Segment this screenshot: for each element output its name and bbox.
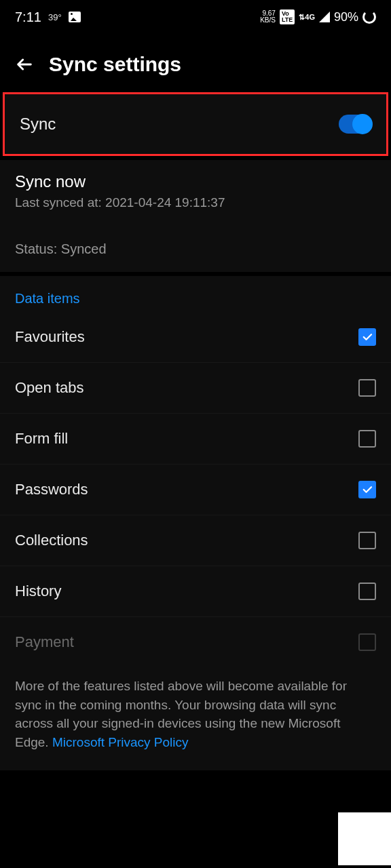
data-item-checkbox[interactable]: [358, 583, 376, 600]
data-item-row[interactable]: Open tabs: [0, 363, 391, 414]
app-header: Sync settings: [0, 34, 391, 92]
privacy-policy-link[interactable]: Microsoft Privacy Policy: [52, 735, 189, 749]
sync-toggle-switch[interactable]: [339, 115, 371, 134]
data-item-checkbox: [358, 633, 376, 651]
data-item-label: Collections: [15, 532, 88, 549]
data-item-checkbox[interactable]: [358, 532, 376, 549]
check-icon: [361, 331, 373, 343]
sync-toggle-row[interactable]: Sync: [5, 94, 386, 154]
highlight-annotation: Sync: [3, 92, 388, 156]
volte-icon: VoLTE: [280, 9, 295, 24]
status-data-rate: 9.67 KB/S: [260, 10, 276, 24]
status-battery: 90%: [334, 10, 358, 24]
data-item-row[interactable]: Favourites: [0, 312, 391, 363]
page-title: Sync settings: [49, 53, 181, 76]
data-items-header: Data items: [0, 291, 391, 312]
data-item-checkbox[interactable]: [358, 328, 376, 346]
signal-icon: [319, 12, 330, 22]
data-item-label: Form fill: [15, 430, 68, 448]
data-item-checkbox[interactable]: [358, 379, 376, 397]
sync-now-section[interactable]: Sync now Last synced at: 2021-04-24 19:1…: [0, 160, 391, 272]
data-item-label: History: [15, 583, 61, 600]
status-time: 7:11: [15, 9, 41, 25]
data-item-row[interactable]: Passwords: [0, 465, 391, 515]
picture-icon: [69, 12, 81, 22]
arrow-left-icon: [15, 55, 34, 74]
status-bar: 7:11 39° 9.67 KB/S VoLTE ⇅4G 90%: [0, 0, 391, 34]
data-items-section: Data items FavouritesOpen tabsForm fillP…: [0, 276, 391, 770]
data-item-row[interactable]: Form fill: [0, 414, 391, 465]
data-item-label: Favourites: [15, 328, 85, 346]
data-item-label: Payment: [15, 633, 74, 651]
overlay-square: [338, 812, 391, 865]
data-item-checkbox[interactable]: [358, 481, 376, 498]
sync-status-text: Status: Synced: [15, 241, 376, 257]
back-button[interactable]: [15, 55, 34, 74]
loading-icon: [362, 10, 376, 24]
network-4g-icon: ⇅4G: [299, 13, 315, 22]
footer-text: More of the features listed above will b…: [0, 667, 391, 770]
status-temperature: 39°: [48, 12, 62, 22]
sync-now-title: Sync now: [15, 172, 376, 191]
sync-now-subtitle: Last synced at: 2021-04-24 19:11:37: [15, 195, 376, 210]
data-item-label: Passwords: [15, 481, 88, 498]
data-item-row: Payment: [0, 617, 391, 667]
data-item-label: Open tabs: [15, 379, 84, 397]
data-item-row[interactable]: Collections: [0, 515, 391, 566]
sync-toggle-label: Sync: [20, 115, 56, 134]
data-item-row[interactable]: History: [0, 566, 391, 617]
data-item-checkbox[interactable]: [358, 430, 376, 448]
check-icon: [361, 484, 373, 496]
